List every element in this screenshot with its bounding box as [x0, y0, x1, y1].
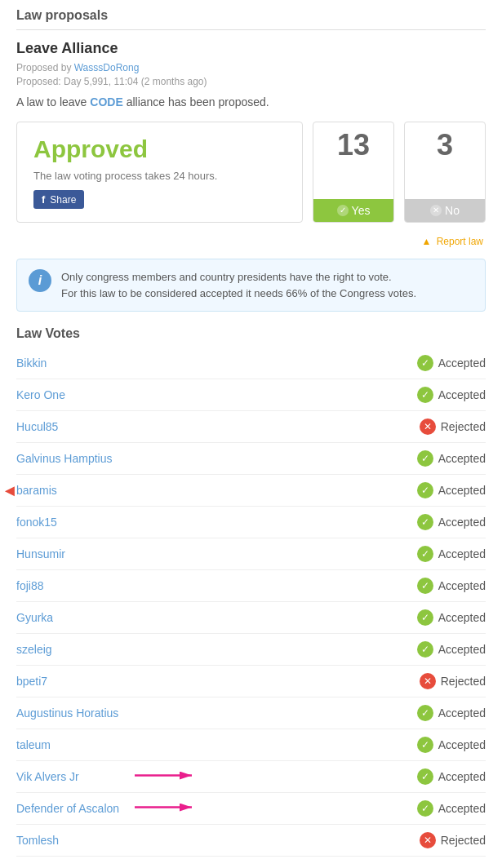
table-row: Galvinus Hamptius✓Accepted — [16, 443, 486, 475]
vote-result: ✓Accepted — [417, 450, 486, 467]
vote-result: ✓Accepted — [417, 546, 486, 562]
facebook-icon: f — [42, 193, 45, 206]
accepted-icon: ✓ — [417, 578, 433, 594]
approved-box: Approved The law voting process takes 24… — [16, 122, 303, 223]
vote-result: ✓Accepted — [417, 355, 486, 371]
left-arrow-indicator: ◄ — [2, 481, 18, 500]
table-row: fonok15✓Accepted — [16, 507, 486, 538]
vote-result: ✓Accepted — [417, 514, 486, 530]
no-label: ✕ No — [405, 199, 485, 222]
vote-result-text: Accepted — [438, 516, 486, 529]
approved-text: Approved — [33, 135, 286, 163]
table-row: Hunsumir✓Accepted — [16, 538, 486, 570]
voting-section: Approved The law voting process takes 24… — [16, 122, 486, 223]
proposed-date: Proposed: Day 5,991, 11:04 (2 months ago… — [16, 76, 486, 87]
vote-result-text: Accepted — [438, 643, 486, 656]
accepted-icon: ✓ — [417, 609, 433, 626]
accepted-icon: ✓ — [417, 800, 433, 817]
voter-name[interactable]: Vik Alvers Jr — [16, 770, 79, 783]
voter-name[interactable]: Defender of Ascalon — [16, 802, 119, 815]
voter-name[interactable]: Bikkin — [16, 356, 47, 370]
info-line1: Only congress members and country presid… — [61, 269, 416, 286]
yes-label: ✓ Yes — [313, 199, 393, 222]
no-count: 3 — [437, 131, 453, 166]
vote-result: ✓Accepted — [417, 609, 486, 626]
vote-result-text: Accepted — [438, 770, 486, 783]
law-description: A law to leave CODE alliance has been pr… — [16, 95, 486, 108]
voter-name[interactable]: taleum — [16, 738, 51, 751]
accepted-icon: ✓ — [417, 705, 433, 721]
table-row: Gyurka✓Accepted — [16, 602, 486, 634]
voter-name[interactable]: Gyurka — [16, 611, 53, 624]
proposed-by-user[interactable]: WasssDoRong — [74, 62, 140, 73]
accepted-icon: ✓ — [417, 450, 433, 467]
voter-name[interactable]: szeleig — [16, 643, 52, 656]
table-row: taleum✓Accepted — [16, 729, 486, 761]
voter-name[interactable]: foji88 — [16, 579, 43, 592]
info-box: i Only congress members and country pres… — [16, 259, 486, 312]
proposed-by: Proposed by WasssDoRong — [16, 62, 486, 73]
pink-arrow-indicator — [135, 767, 200, 787]
table-row: Hucul85✕Rejected — [16, 411, 486, 443]
accepted-icon: ✓ — [417, 768, 433, 785]
voting-hours: The law voting process takes 24 hours. — [33, 170, 286, 182]
voter-name[interactable]: Galvinus Hamptius — [16, 452, 113, 465]
warning-icon: ▲ — [421, 236, 431, 247]
proposed-by-label: Proposed by — [16, 62, 71, 73]
page-title: Law proposals — [16, 8, 486, 30]
vote-result: ✓Accepted — [417, 578, 486, 594]
voter-name[interactable]: Hunsumir — [16, 547, 65, 560]
accepted-icon: ✓ — [417, 387, 433, 403]
fb-share-button[interactable]: f Share — [33, 190, 84, 209]
vote-result: ✓Accepted — [417, 482, 486, 498]
vote-result-text: Accepted — [438, 356, 486, 370]
description-pre: A law to leave — [16, 95, 87, 108]
description-post: alliance has been proposed. — [127, 95, 269, 108]
law-title: Leave Alliance — [16, 40, 486, 57]
table-row: szeleig✓Accepted — [16, 634, 486, 666]
accepted-icon: ✓ — [417, 514, 433, 530]
vote-result-text: Accepted — [438, 484, 486, 497]
vote-result-text: Accepted — [438, 452, 486, 465]
vote-result-text: Rejected — [441, 420, 486, 433]
info-icon: i — [29, 269, 51, 292]
vote-result: ✕Rejected — [420, 673, 486, 689]
votes-list: Bikkin✓AcceptedKero One✓AcceptedHucul85✕… — [16, 348, 486, 857]
voter-name[interactable]: Augustinus Horatius — [16, 706, 118, 720]
table-row: foji88✓Accepted — [16, 570, 486, 602]
no-vote-box: 3 ✕ No — [404, 122, 486, 223]
vote-result-text: Accepted — [438, 706, 486, 720]
accepted-icon: ✓ — [417, 641, 433, 658]
voter-name[interactable]: baramis — [16, 484, 57, 497]
vote-result: ✓Accepted — [417, 737, 486, 753]
info-text: Only congress members and country presid… — [61, 269, 416, 301]
table-row: Vik Alvers Jr ✓Accepted — [16, 761, 486, 793]
rejected-icon: ✕ — [420, 832, 436, 848]
vote-result: ✓Accepted — [417, 641, 486, 658]
table-row: Defender of Ascalon ✓Accepted — [16, 793, 486, 825]
no-x-icon: ✕ — [430, 205, 442, 216]
description-link[interactable]: CODE — [90, 95, 122, 108]
vote-result-text: Rejected — [441, 675, 486, 688]
vote-result: ✓Accepted — [417, 705, 486, 721]
voter-name[interactable]: Kero One — [16, 388, 65, 401]
yes-count: 13 — [337, 131, 370, 166]
table-row: Augustinus Horatius✓Accepted — [16, 698, 486, 729]
vote-result: ✓Accepted — [417, 800, 486, 817]
voter-name[interactable]: fonok15 — [16, 516, 57, 529]
voter-name[interactable]: Tomlesh — [16, 834, 59, 847]
yes-check-icon: ✓ — [337, 205, 349, 216]
vote-result: ✕Rejected — [420, 832, 486, 848]
accepted-icon: ✓ — [417, 737, 433, 753]
rejected-icon: ✕ — [420, 418, 436, 435]
accepted-icon: ✓ — [417, 355, 433, 371]
table-row: ◄baramis✓Accepted — [16, 475, 486, 507]
vote-result-text: Accepted — [438, 547, 486, 560]
vote-result-text: Rejected — [441, 834, 486, 847]
vote-result-text: Accepted — [438, 579, 486, 592]
voter-name[interactable]: Hucul85 — [16, 420, 58, 433]
voter-name[interactable]: bpeti7 — [16, 675, 47, 688]
vote-result-text: Accepted — [438, 802, 486, 815]
law-votes-title: Law Votes — [16, 326, 486, 341]
report-law[interactable]: ▲ Report law — [16, 236, 486, 247]
